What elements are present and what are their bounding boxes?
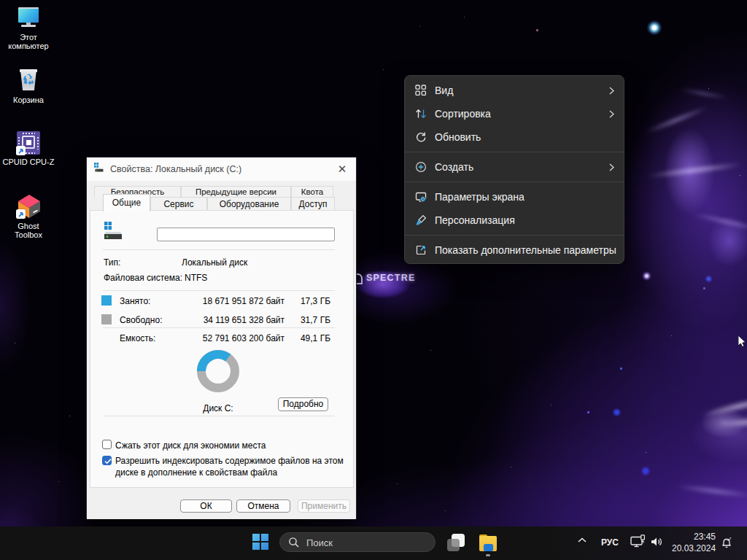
svg-text:z: z	[729, 537, 732, 540]
